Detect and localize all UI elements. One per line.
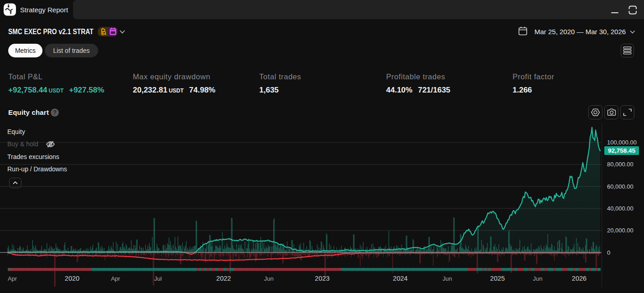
svg-text:?: ?	[53, 109, 57, 116]
